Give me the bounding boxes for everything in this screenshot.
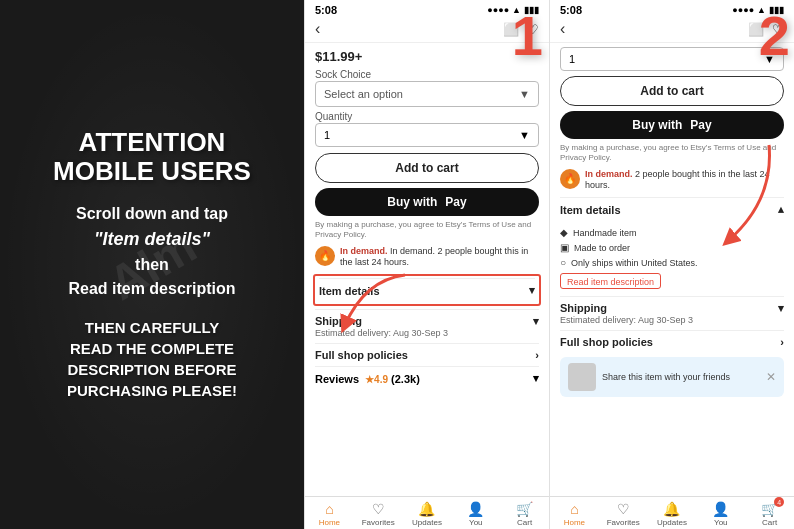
home-icon-2: ⌂ [570, 501, 578, 517]
chevron-down-icon: ▼ [519, 88, 530, 100]
shipping-title-2[interactable]: Shipping ▾ [560, 302, 784, 315]
chevron-right-icon-2: › [780, 336, 784, 348]
tab-home-1[interactable]: ⌂ Home [305, 501, 354, 527]
shipping-title-1[interactable]: Shipping ▾ [315, 315, 539, 328]
chevron-up-icon: ▴ [778, 203, 784, 216]
demand-text-2: In demand. 2 people bought this in the l… [585, 169, 784, 192]
tab-you-2[interactable]: 👤 You [696, 501, 745, 527]
buy-with-pay-btn-1[interactable]: Buy with Pay [315, 188, 539, 216]
attention-body: Scroll down and tap "Item details" then … [68, 202, 235, 301]
tab-updates-2[interactable]: 🔔 Updates [648, 501, 697, 527]
phones-container: 1 5:08 ●●●● ▲ ▮▮▮ ‹ ⬜ ♡ $11.99+ Sock Cho… [304, 0, 794, 529]
box-icon: ▣ [560, 242, 569, 253]
share-icon-1[interactable]: ⬜ [503, 22, 519, 37]
qty-chevron-icon-2: ▼ [764, 53, 775, 65]
tab-cart-2[interactable]: 🛒 4 Cart [745, 501, 794, 527]
battery-icon: ▮▮▮ [524, 5, 539, 15]
signal-icon: ●●●● [487, 5, 509, 15]
quantity-value-2: 1 [569, 53, 575, 65]
chevron-icon: ▾ [533, 372, 539, 385]
select-placeholder: Select an option [324, 88, 403, 100]
price-1: $11.99+ [315, 43, 539, 66]
demand-text-1: In demand. In demand. 2 people bought th… [340, 246, 539, 269]
nav-icons-right-2: ⬜ ♡ [748, 22, 784, 37]
share-icon-2[interactable]: ⬜ [748, 22, 764, 37]
item-details-header-2[interactable]: Item details ▴ [560, 197, 784, 221]
shipping-sub-2: Estimated delivery: Aug 30-Sep 3 [560, 315, 784, 325]
shipping-sub-1: Estimated delivery: Aug 30-Sep 3 [315, 328, 539, 338]
phone-panel-2: 2 5:08 ●●●● ▲ ▮▮▮ ‹ ⬜ ♡ 1 ▼ [549, 0, 794, 529]
tab-bar-2: ⌂ Home ♡ Favorites 🔔 Updates 👤 You 🛒 4 [550, 496, 794, 529]
phone-content-1: $11.99+ Sock Choice Select an option ▼ Q… [305, 43, 549, 496]
qty-label-1: Quantity [315, 111, 539, 122]
share-thumbnail [568, 363, 596, 391]
quantity-value-1: 1 [324, 129, 330, 141]
back-icon-1[interactable]: ‹ [315, 20, 320, 38]
detail-handmade: ◆ Handmade item [560, 225, 784, 240]
item-details-section-highlighted[interactable]: Item details ▾ [313, 274, 541, 306]
item-details-header-1[interactable]: Item details ▾ [319, 278, 535, 302]
qty-chevron-icon: ▼ [519, 129, 530, 141]
watermark: Alm [99, 218, 205, 311]
terms-text-1: By making a purchase, you agree to Etsy'… [315, 220, 539, 241]
policies-section-1[interactable]: Full shop policies › [315, 343, 539, 366]
wifi-icon-2: ▲ [757, 5, 766, 15]
detail-ships: ○ Only ships within United States. [560, 255, 784, 270]
close-icon[interactable]: ✕ [766, 370, 776, 384]
read-desc-link[interactable]: Read item description [560, 273, 661, 289]
chevron-icon: ▾ [529, 284, 535, 297]
instruction-4: Read item description [68, 280, 235, 297]
chevron-icon: ▾ [533, 315, 539, 328]
tab-favorites-1[interactable]: ♡ Favorites [354, 501, 403, 527]
policies-section-2[interactable]: Full shop policies › [560, 330, 784, 353]
battery-icon-2: ▮▮▮ [769, 5, 784, 15]
bell-icon-2: 🔔 [663, 501, 680, 517]
share-banner: Share this item with your friends ✕ [560, 357, 784, 397]
buy-with-label-1: Buy with [387, 195, 437, 209]
instruction-1: Scroll down and tap [76, 205, 228, 222]
share-text: Share this item with your friends [602, 372, 730, 382]
shipping-section-1: Shipping ▾ Estimated delivery: Aug 30-Se… [315, 309, 539, 343]
back-icon-2[interactable]: ‹ [560, 20, 565, 38]
home-icon-1: ⌂ [325, 501, 333, 517]
add-to-cart-btn-2[interactable]: Add to cart [560, 76, 784, 106]
tab-you-1[interactable]: 👤 You [451, 501, 500, 527]
shipping-section-2: Shipping ▾ Estimated delivery: Aug 30-Se… [560, 296, 784, 330]
heart-tab-icon-2: ♡ [617, 501, 630, 517]
status-icons-1: ●●●● ▲ ▮▮▮ [487, 5, 539, 15]
pay-label-1: Pay [445, 195, 466, 209]
phone-content-2: 1 ▼ Add to cart Buy with Pay By making a… [550, 43, 794, 496]
status-bar-2: 5:08 ●●●● ▲ ▮▮▮ [550, 0, 794, 18]
person-icon-1: 👤 [467, 501, 484, 517]
tab-cart-1[interactable]: 🛒 Cart [500, 501, 549, 527]
status-icons-2: ●●●● ▲ ▮▮▮ [732, 5, 784, 15]
chevron-right-icon: › [535, 349, 539, 361]
buy-with-label-2: Buy with [632, 118, 682, 132]
status-bar-1: 5:08 ●●●● ▲ ▮▮▮ [305, 0, 549, 18]
attention-title: ATTENTIONMOBILE USERS [53, 128, 251, 185]
heart-icon-2[interactable]: ♡ [772, 22, 784, 37]
stars-1: ★4.9 [365, 374, 388, 385]
buy-with-pay-btn-2[interactable]: Buy with Pay [560, 111, 784, 139]
cart-badge-2: 4 [774, 497, 784, 507]
nav-icons-right-1: ⬜ ♡ [503, 22, 539, 37]
instruction-3: then [135, 256, 169, 273]
heart-tab-icon-1: ♡ [372, 501, 385, 517]
detail-made-to-order: ▣ Made to order [560, 240, 784, 255]
attention-footer: THEN CAREFULLYREAD THE COMPLETEDESCRIPTI… [67, 317, 237, 401]
select-dropdown-1[interactable]: Select an option ▼ [315, 81, 539, 107]
quantity-row-2[interactable]: 1 ▼ [560, 47, 784, 71]
review-count-1: (2.3k) [391, 373, 420, 385]
status-time-2: 5:08 [560, 4, 582, 16]
heart-icon-1[interactable]: ♡ [527, 22, 539, 37]
tab-bar-1: ⌂ Home ♡ Favorites 🔔 Updates 👤 You 🛒 Car… [305, 496, 549, 529]
nav-bar-1: ‹ ⬜ ♡ [305, 18, 549, 43]
reviews-label-1: Reviews ★4.9 (2.3k) [315, 373, 420, 385]
add-to-cart-btn-1[interactable]: Add to cart [315, 153, 539, 183]
quantity-row-1[interactable]: 1 ▼ [315, 123, 539, 147]
tab-updates-1[interactable]: 🔔 Updates [403, 501, 452, 527]
tab-home-2[interactable]: ⌂ Home [550, 501, 599, 527]
nav-bar-2: ‹ ⬜ ♡ [550, 18, 794, 43]
tab-favorites-2[interactable]: ♡ Favorites [599, 501, 648, 527]
diamond-icon: ◆ [560, 227, 568, 238]
